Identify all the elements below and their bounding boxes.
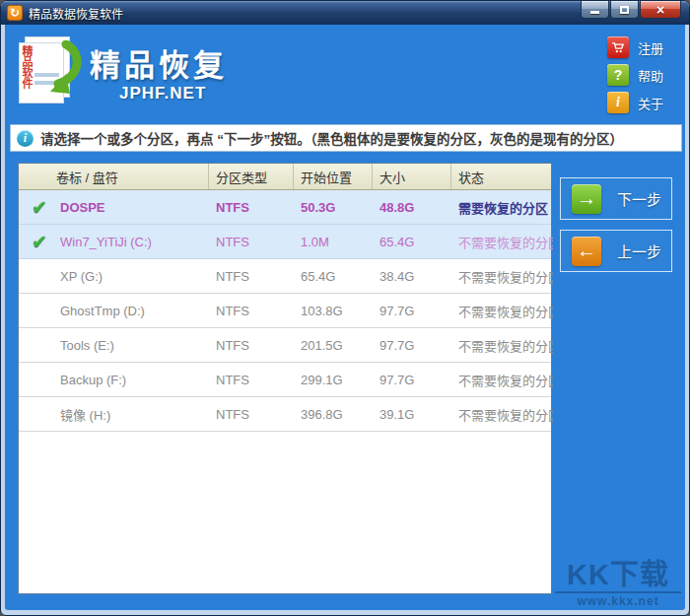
cart-icon (607, 36, 629, 58)
minimize-icon (590, 11, 599, 14)
partition-type: NTFS (209, 200, 294, 215)
table-row[interactable]: Tools (E:) NTFS 201.5G 97.7G 不需要恢复的分区 (19, 328, 551, 363)
start-position: 396.8G (294, 407, 373, 422)
start-position: 50.3G (294, 200, 373, 215)
window-title: 精品数据恢复软件 (29, 5, 123, 22)
status-text: 不需要恢复的分区 (451, 233, 553, 251)
table-row[interactable]: ✔ Win7_YiTiJi (C:) NTFS 1.0M 65.4G 不需要恢复… (19, 225, 551, 259)
volume-label: Backup (F:) (60, 373, 209, 387)
start-position: 103.8G (294, 304, 373, 318)
next-step-button[interactable]: → 下一步 (560, 177, 672, 220)
prev-step-button[interactable]: ← 上一步 (560, 230, 672, 272)
start-position: 1.0M (294, 235, 373, 249)
action-menu: 注册 ? 帮助 i 关于 (607, 36, 663, 113)
app-window: ↻ 精品数据恢复软件 × 精品软件 精品恢复 JPHF.NET (0, 0, 690, 616)
col-start-position: 开始位置 (294, 164, 373, 189)
start-position: 299.1G (294, 373, 373, 387)
col-size: 大小 (373, 164, 451, 189)
maximize-button[interactable] (610, 1, 639, 19)
partition-size: 39.1G (373, 407, 451, 422)
instruction-text: 请选择一个或多个分区，再点 “下一步”按钮。（黑色粗体的是要恢复的分区，灰色的是… (40, 128, 623, 148)
table-header: 卷标 / 盘符 分区类型 开始位置 大小 状态 (19, 164, 551, 190)
col-volume-label: 卷标 / 盘符 (19, 164, 209, 189)
col-partition-type: 分区类型 (209, 164, 294, 189)
partition-size: 38.4G (373, 269, 451, 284)
green-arrow-icon (36, 40, 82, 98)
status-text: 不需要恢复的分区 (451, 302, 553, 320)
instruction-bar: i 请选择一个或多个分区，再点 “下一步”按钮。（黑色粗体的是要恢复的分区，灰色… (10, 124, 682, 152)
check-icon[interactable]: ✔ (19, 196, 60, 219)
table-row[interactable]: GhostTmp (D:) NTFS 103.8G 97.7G 不需要恢复的分区 (19, 294, 551, 328)
info-icon: i (607, 92, 629, 113)
status-text: 不需要恢复的分区 (451, 336, 553, 355)
partition-type: NTFS (209, 235, 294, 249)
status-text: 不需要恢复的分区 (451, 371, 553, 389)
window-controls: × (581, 1, 681, 19)
app-refresh-icon: ↻ (7, 5, 23, 21)
watermark-url: www.kkx.net (555, 591, 681, 608)
volume-label: Tools (E:) (60, 338, 209, 353)
partition-type: NTFS (209, 338, 294, 353)
client-area: 精品软件 精品恢复 JPHF.NET 注册 ? 帮助 i (5, 25, 685, 610)
table-row[interactable]: ✔ DOSPE NTFS 50.3G 48.8G 需要恢复的分区 (19, 190, 551, 225)
help-label: 帮助 (638, 66, 663, 85)
next-step-label: 下一步 (617, 188, 661, 209)
help-button[interactable]: ? 帮助 (607, 64, 663, 86)
info-circle-icon: i (17, 130, 34, 147)
volume-label: Win7_YiTiJi (C:) (60, 235, 209, 249)
logo-vertical-text: 精品软件 (20, 43, 34, 103)
about-label: 关于 (638, 94, 663, 112)
volume-label: 镜像 (H:) (60, 405, 209, 424)
arrow-left-icon: ← (572, 237, 601, 266)
status-text: 不需要恢复的分区 (451, 267, 553, 286)
volume-label: XP (G:) (60, 269, 209, 284)
partition-size: 48.8G (373, 200, 451, 215)
volume-label: GhostTmp (D:) (60, 304, 209, 318)
site-label: JPHF.NET (119, 84, 206, 103)
status-text: 不需要恢复的分区 (451, 405, 553, 424)
partition-size: 65.4G (373, 235, 451, 249)
col-status: 状态 (451, 164, 553, 189)
partition-table: 卷标 / 盘符 分区类型 开始位置 大小 状态 ✔ DOSPE NTFS 50.… (18, 163, 552, 594)
partition-size: 97.7G (373, 304, 451, 318)
titlebar[interactable]: ↻ 精品数据恢复软件 × (1, 1, 689, 25)
volume-label: DOSPE (60, 200, 209, 215)
start-position: 65.4G (294, 269, 373, 284)
partition-size: 97.7G (373, 338, 451, 353)
watermark-logo: KK下载 (555, 560, 681, 589)
question-icon: ? (607, 64, 629, 86)
page-title: 精品恢复 (90, 40, 228, 85)
table-row[interactable]: 镜像 (H:) NTFS 396.8G 39.1G 不需要恢复的分区 (19, 397, 551, 432)
arrow-right-icon: → (572, 184, 601, 214)
close-button[interactable]: × (640, 1, 681, 19)
register-button[interactable]: 注册 (607, 36, 663, 58)
maximize-icon (620, 6, 629, 14)
close-icon: × (656, 2, 664, 18)
register-label: 注册 (638, 38, 663, 57)
table-row[interactable]: Backup (F:) NTFS 299.1G 97.7G 不需要恢复的分区 (19, 363, 551, 397)
partition-size: 97.7G (373, 373, 451, 387)
partition-type: NTFS (209, 304, 294, 318)
check-icon[interactable]: ✔ (19, 231, 60, 253)
table-row[interactable]: XP (G:) NTFS 65.4G 38.4G 不需要恢复的分区 (19, 259, 551, 294)
watermark: KK下载 www.kkx.net (555, 560, 681, 608)
about-button[interactable]: i 关于 (607, 92, 663, 113)
prev-step-label: 上一步 (617, 240, 661, 261)
partition-type: NTFS (209, 373, 294, 387)
app-logo: 精品软件 (15, 34, 78, 107)
minimize-button[interactable] (581, 1, 609, 19)
start-position: 201.5G (294, 338, 373, 353)
partition-type: NTFS (209, 269, 294, 284)
status-text: 需要恢复的分区 (451, 198, 553, 217)
partition-type: NTFS (209, 407, 294, 422)
